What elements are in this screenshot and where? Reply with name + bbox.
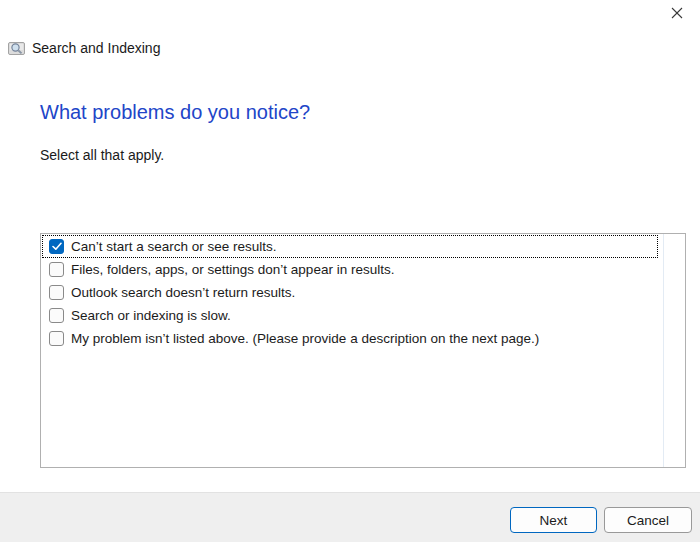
problems-list: Can’t start a search or see results. Fil… (42, 235, 658, 350)
search-and-indexing-icon (8, 41, 25, 56)
troubleshooter-dialog: Search and Indexing What problems do you… (0, 0, 700, 542)
app-title: Search and Indexing (32, 40, 160, 56)
problem-label: My problem isn’t listed above. (Please p… (71, 331, 539, 346)
problem-label: Search or indexing is slow. (71, 308, 231, 323)
scrollbar-track[interactable] (663, 234, 685, 467)
problems-listbox: Can’t start a search or see results. Fil… (40, 233, 686, 468)
problem-row[interactable]: Files, folders, apps, or settings don’t … (42, 258, 658, 281)
problem-checkbox[interactable] (49, 262, 64, 277)
problem-checkbox[interactable] (49, 308, 64, 323)
problem-row[interactable]: Search or indexing is slow. (42, 304, 658, 327)
problem-label: Outlook search doesn’t return results. (71, 285, 295, 300)
problem-checkbox[interactable] (49, 285, 64, 300)
problem-label: Can’t start a search or see results. (71, 239, 277, 254)
page-subtitle: Select all that apply. (40, 147, 164, 163)
cancel-button[interactable]: Cancel (604, 507, 692, 533)
page-title: What problems do you notice? (40, 101, 310, 124)
footer-bar: Next Cancel (0, 492, 700, 542)
problem-row[interactable]: My problem isn’t listed above. (Please p… (42, 327, 658, 350)
close-button[interactable] (666, 4, 688, 22)
next-button[interactable]: Next (510, 507, 597, 533)
problem-label: Files, folders, apps, or settings don’t … (71, 262, 394, 277)
app-header: Search and Indexing (8, 40, 160, 56)
problem-checkbox[interactable] (49, 239, 64, 254)
problem-row[interactable]: Outlook search doesn’t return results. (42, 281, 658, 304)
close-icon (671, 7, 683, 19)
checkmark-icon (52, 242, 62, 251)
problem-row[interactable]: Can’t start a search or see results. (42, 235, 658, 258)
problem-checkbox[interactable] (49, 331, 64, 346)
